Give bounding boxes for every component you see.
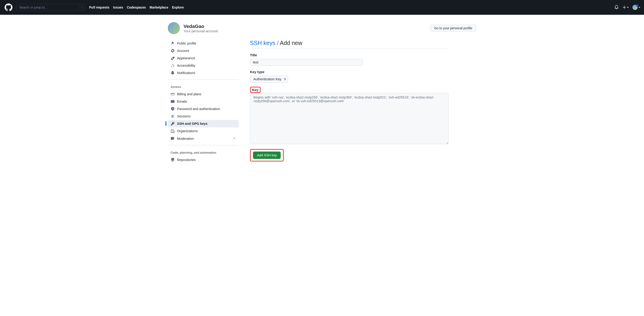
form-group-keytype: Key type Authentication Key bbox=[250, 70, 448, 83]
page-title: SSH keys / Add new bbox=[250, 40, 448, 49]
go-to-profile-button[interactable]: Go to your personal profile bbox=[430, 25, 476, 31]
sidebar-group-profile: Public profile Account Appearance Access… bbox=[168, 40, 239, 80]
sidebar-item-label: Accessibility bbox=[177, 64, 195, 67]
avatar-small bbox=[632, 5, 638, 10]
nav-pull-requests[interactable]: Pull requests bbox=[89, 5, 110, 9]
add-ssh-key-button[interactable]: Add SSH key bbox=[253, 152, 281, 159]
sidebar-item-ssh-keys[interactable]: SSH and GPG keys bbox=[168, 120, 239, 127]
keytype-select[interactable]: Authentication Key bbox=[250, 76, 288, 83]
search-slash-hint: / bbox=[80, 5, 84, 10]
bell-icon bbox=[170, 71, 175, 75]
sidebar-item-label: SSH and GPG keys bbox=[177, 122, 208, 125]
organization-icon bbox=[170, 129, 175, 133]
keytype-label: Key type bbox=[250, 70, 264, 74]
keytype-value: Authentication Key bbox=[254, 77, 281, 81]
sidebar-item-emails[interactable]: Emails bbox=[168, 98, 239, 105]
topnav: Pull requests Issues Codespaces Marketpl… bbox=[89, 5, 184, 9]
sidebar-group-title-access: Access bbox=[168, 83, 239, 90]
profile-name: VedaGao bbox=[184, 23, 218, 29]
profile-text: VedaGao Your personal account bbox=[184, 23, 218, 33]
sidebar-item-label: Organizations bbox=[177, 129, 198, 133]
user-menu-dropdown[interactable] bbox=[632, 5, 640, 10]
shield-lock-icon bbox=[170, 107, 175, 111]
nav-explore[interactable]: Explore bbox=[172, 5, 184, 9]
sidebar-item-label: Appearance bbox=[177, 56, 195, 60]
person-icon bbox=[170, 41, 175, 45]
create-new-dropdown[interactable] bbox=[622, 5, 629, 9]
key-textarea[interactable] bbox=[250, 93, 448, 144]
nav-marketplace[interactable]: Marketplace bbox=[150, 5, 168, 9]
sidebar-item-label: Moderation bbox=[177, 137, 194, 140]
sidebar-item-label: Billing and plans bbox=[177, 92, 202, 96]
notifications-icon[interactable] bbox=[614, 5, 618, 10]
broadcast-icon bbox=[170, 114, 175, 118]
sidebar-item-organizations[interactable]: Organizations bbox=[168, 127, 239, 135]
paintbrush-icon bbox=[170, 56, 175, 60]
sidebar-item-moderation[interactable]: Moderation bbox=[168, 135, 239, 142]
sidebar-item-password[interactable]: Password and authentication bbox=[168, 105, 239, 113]
container: VedaGao Your personal account Go to your… bbox=[160, 15, 484, 181]
form-group-title: Title bbox=[250, 53, 448, 66]
submit-highlight: Add SSH key bbox=[250, 149, 284, 161]
accessibility-icon bbox=[170, 63, 175, 68]
sidebar-item-billing[interactable]: Billing and plans bbox=[168, 90, 239, 98]
sidebar-item-sessions[interactable]: Sessions bbox=[168, 113, 239, 120]
sidebar-item-notifications[interactable]: Notifications bbox=[168, 69, 239, 77]
title-input[interactable] bbox=[250, 59, 363, 66]
sidebar-item-label: Repositories bbox=[177, 158, 196, 162]
breadcrumb-separator: / bbox=[277, 40, 280, 46]
caret-down-icon bbox=[627, 7, 629, 8]
layout: Public profile Account Appearance Access… bbox=[168, 40, 476, 170]
profile-header: VedaGao Your personal account Go to your… bbox=[168, 22, 476, 34]
github-logo-icon[interactable] bbox=[4, 3, 12, 11]
profile-sub: Your personal account bbox=[184, 29, 218, 33]
main-content: SSH keys / Add new Title Key type Authen… bbox=[250, 40, 448, 170]
breadcrumb-current: Add new bbox=[280, 40, 302, 46]
caret-down-icon bbox=[638, 7, 640, 8]
sidebar-item-label: Public profile bbox=[177, 41, 196, 45]
sidebar-group-access: Billing and plans Emails Password and au… bbox=[168, 90, 239, 145]
sidebar-group-title-code: Code, planning, and automation bbox=[168, 149, 239, 156]
profile-avatar[interactable] bbox=[168, 22, 180, 34]
sidebar-group-code: Repositories bbox=[168, 156, 239, 166]
nav-codespaces[interactable]: Codespaces bbox=[127, 5, 146, 9]
sidebar-item-appearance[interactable]: Appearance bbox=[168, 54, 239, 62]
key-label: Key bbox=[252, 88, 258, 92]
topbar-right bbox=[614, 5, 640, 10]
sidebar-item-label: Password and authentication bbox=[177, 107, 220, 111]
chevron-down-icon bbox=[232, 136, 236, 141]
topbar: / Pull requests Issues Codespaces Market… bbox=[0, 0, 644, 15]
form-group-key: Key bbox=[250, 87, 448, 145]
search-input[interactable] bbox=[16, 4, 86, 11]
sidebar-item-public-profile[interactable]: Public profile bbox=[168, 40, 239, 47]
search-wrap: / bbox=[16, 4, 86, 11]
mail-icon bbox=[170, 99, 175, 104]
credit-card-icon bbox=[170, 92, 175, 96]
comment-discussion-icon bbox=[170, 137, 175, 141]
sidebar-item-account[interactable]: Account bbox=[168, 47, 239, 54]
submit-row: Add SSH key bbox=[250, 149, 448, 161]
key-icon bbox=[170, 122, 175, 126]
title-label: Title bbox=[250, 53, 257, 57]
nav-issues[interactable]: Issues bbox=[113, 5, 123, 9]
gear-icon bbox=[170, 49, 175, 53]
sidebar-item-accessibility[interactable]: Accessibility bbox=[168, 62, 239, 69]
sidebar-item-label: Account bbox=[177, 49, 189, 53]
breadcrumb-link-ssh-keys[interactable]: SSH keys bbox=[250, 40, 275, 46]
key-label-highlight: Key bbox=[250, 87, 260, 93]
sidebar-item-repositories[interactable]: Repositories bbox=[168, 156, 239, 164]
sidebar-item-label: Notifications bbox=[177, 71, 195, 75]
sidebar: Public profile Account Appearance Access… bbox=[168, 40, 239, 170]
repo-icon bbox=[170, 158, 175, 162]
select-arrows-icon bbox=[284, 78, 286, 80]
sidebar-item-label: Emails bbox=[177, 100, 187, 103]
sidebar-item-label: Sessions bbox=[177, 114, 191, 118]
